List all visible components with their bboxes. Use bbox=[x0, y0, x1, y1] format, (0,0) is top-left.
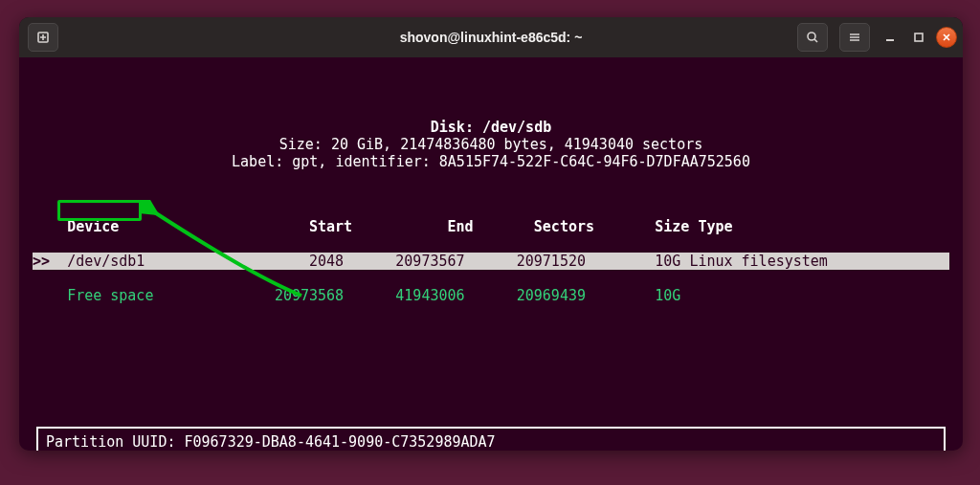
device-name: /dev/sdb1 bbox=[67, 253, 145, 270]
titlebar: shovon@linuxhint-e86c5d: ~ bbox=[19, 17, 963, 57]
device-name: Free space bbox=[67, 287, 153, 304]
svg-line-4 bbox=[814, 39, 817, 42]
new-tab-button[interactable] bbox=[28, 23, 58, 52]
window-title: shovon@linuxhint-e86c5d: ~ bbox=[400, 30, 583, 45]
disk-header: Disk: /dev/sdb Size: 20 GiB, 21474836480… bbox=[19, 101, 963, 170]
label-line: Label: gpt, identifier: 8A515F74-522F-C6… bbox=[232, 153, 750, 170]
partition-details: Partition UUID: F0967329-DBA8-4641-9090-… bbox=[36, 427, 946, 451]
annotation-highlight-box bbox=[57, 200, 142, 221]
freespace-row[interactable]: Free space 20973568 41943006 20969439 10… bbox=[19, 287, 963, 304]
partition-row-selected[interactable]: >> /dev/sdb1 2048 20973567 20971520 10G … bbox=[33, 253, 949, 270]
uuid-line: Partition UUID: F0967329-DBA8-4641-9090-… bbox=[46, 433, 496, 451]
close-button[interactable] bbox=[936, 27, 957, 48]
terminal-content: Disk: /dev/sdb Size: 20 GiB, 21474836480… bbox=[19, 57, 963, 451]
terminal-window: shovon@linuxhint-e86c5d: ~ Disk: /dev/sd… bbox=[19, 17, 963, 451]
size-line: Size: 20 GiB, 21474836480 bytes, 4194304… bbox=[279, 136, 703, 153]
disk-line: Disk: /dev/sdb bbox=[431, 119, 551, 136]
column-headers: Device Start End Sectors Size Type bbox=[19, 218, 963, 235]
svg-rect-9 bbox=[915, 33, 923, 41]
maximize-button[interactable] bbox=[907, 26, 930, 49]
hamburger-menu-button[interactable] bbox=[839, 23, 870, 52]
minimize-button[interactable] bbox=[879, 26, 902, 49]
svg-point-3 bbox=[808, 33, 815, 40]
search-button[interactable] bbox=[797, 23, 828, 52]
